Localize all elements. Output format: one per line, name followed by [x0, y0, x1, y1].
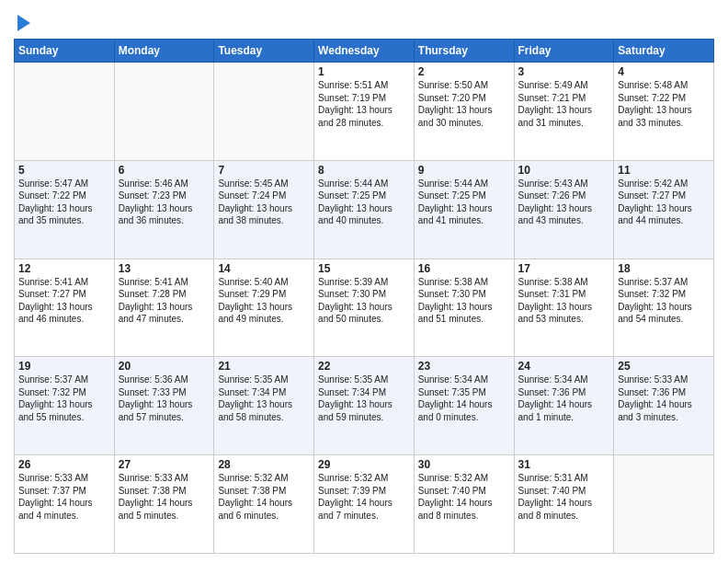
day-cell: [15, 63, 115, 161]
cell-info: Sunrise: 5:34 AM Sunset: 7:36 PM Dayligh…: [518, 373, 610, 423]
page: SundayMondayTuesdayWednesdayThursdayFrid…: [0, 0, 728, 563]
cell-info: Sunrise: 5:41 AM Sunset: 7:27 PM Dayligh…: [18, 276, 110, 326]
day-number: 22: [318, 360, 410, 373]
header: [14, 9, 714, 31]
week-row-2: 5Sunrise: 5:47 AM Sunset: 7:22 PM Daylig…: [15, 160, 714, 259]
day-cell: 25Sunrise: 5:33 AM Sunset: 7:36 PM Dayli…: [614, 357, 714, 455]
day-cell: 24Sunrise: 5:34 AM Sunset: 7:36 PM Dayli…: [514, 357, 614, 455]
day-number: 10: [518, 164, 610, 177]
day-cell: [614, 455, 714, 554]
day-number: 15: [318, 262, 410, 275]
day-cell: 6Sunrise: 5:46 AM Sunset: 7:23 PM Daylig…: [114, 160, 214, 259]
day-cell: 19Sunrise: 5:37 AM Sunset: 7:32 PM Dayli…: [15, 357, 115, 455]
day-number: 4: [618, 65, 710, 78]
col-header-wednesday: Wednesday: [314, 40, 415, 63]
day-number: 28: [218, 458, 310, 471]
day-number: 11: [618, 164, 710, 177]
cell-info: Sunrise: 5:43 AM Sunset: 7:26 PM Dayligh…: [518, 178, 610, 227]
day-number: 1: [318, 65, 410, 78]
day-cell: [114, 63, 214, 161]
cell-info: Sunrise: 5:45 AM Sunset: 7:24 PM Dayligh…: [218, 178, 310, 227]
cell-info: Sunrise: 5:37 AM Sunset: 7:32 PM Dayligh…: [18, 373, 110, 423]
cell-info: Sunrise: 5:50 AM Sunset: 7:20 PM Dayligh…: [418, 79, 510, 129]
cell-info: Sunrise: 5:33 AM Sunset: 7:38 PM Dayligh…: [119, 472, 210, 522]
cell-info: Sunrise: 5:42 AM Sunset: 7:27 PM Dayligh…: [618, 178, 710, 227]
cell-info: Sunrise: 5:34 AM Sunset: 7:35 PM Dayligh…: [418, 373, 510, 423]
day-cell: 16Sunrise: 5:38 AM Sunset: 7:30 PM Dayli…: [414, 259, 514, 357]
day-cell: 29Sunrise: 5:32 AM Sunset: 7:39 PM Dayli…: [314, 455, 415, 554]
cell-info: Sunrise: 5:32 AM Sunset: 7:39 PM Dayligh…: [318, 472, 410, 522]
day-number: 21: [218, 360, 310, 373]
cell-info: Sunrise: 5:40 AM Sunset: 7:29 PM Dayligh…: [218, 276, 310, 326]
day-cell: 4Sunrise: 5:48 AM Sunset: 7:22 PM Daylig…: [614, 63, 714, 161]
cell-info: Sunrise: 5:47 AM Sunset: 7:22 PM Dayligh…: [18, 178, 110, 227]
day-number: 13: [119, 262, 210, 275]
week-row-3: 12Sunrise: 5:41 AM Sunset: 7:27 PM Dayli…: [15, 259, 714, 357]
cell-info: Sunrise: 5:49 AM Sunset: 7:21 PM Dayligh…: [518, 79, 610, 129]
day-number: 16: [418, 262, 510, 275]
col-header-monday: Monday: [114, 40, 214, 63]
day-number: 19: [18, 360, 110, 373]
col-header-thursday: Thursday: [414, 40, 514, 63]
cell-info: Sunrise: 5:35 AM Sunset: 7:34 PM Dayligh…: [218, 373, 310, 423]
day-number: 31: [518, 458, 610, 471]
day-cell: 30Sunrise: 5:32 AM Sunset: 7:40 PM Dayli…: [414, 455, 514, 554]
cell-info: Sunrise: 5:35 AM Sunset: 7:34 PM Dayligh…: [318, 373, 410, 423]
day-cell: 31Sunrise: 5:31 AM Sunset: 7:40 PM Dayli…: [514, 455, 614, 554]
cell-info: Sunrise: 5:41 AM Sunset: 7:28 PM Dayligh…: [119, 276, 210, 326]
day-cell: 14Sunrise: 5:40 AM Sunset: 7:29 PM Dayli…: [214, 259, 314, 357]
day-cell: 12Sunrise: 5:41 AM Sunset: 7:27 PM Dayli…: [15, 259, 115, 357]
week-row-1: 1Sunrise: 5:51 AM Sunset: 7:19 PM Daylig…: [15, 63, 714, 161]
day-number: 23: [418, 360, 510, 373]
day-cell: 28Sunrise: 5:32 AM Sunset: 7:38 PM Dayli…: [214, 455, 314, 554]
day-number: 5: [18, 164, 110, 177]
day-number: 2: [418, 65, 510, 78]
day-number: 25: [618, 360, 710, 373]
day-number: 7: [218, 164, 310, 177]
day-number: 6: [119, 164, 210, 177]
day-cell: 22Sunrise: 5:35 AM Sunset: 7:34 PM Dayli…: [314, 357, 415, 455]
day-cell: 13Sunrise: 5:41 AM Sunset: 7:28 PM Dayli…: [114, 259, 214, 357]
cell-info: Sunrise: 5:39 AM Sunset: 7:30 PM Dayligh…: [318, 276, 410, 326]
day-cell: 7Sunrise: 5:45 AM Sunset: 7:24 PM Daylig…: [214, 160, 314, 259]
day-cell: 18Sunrise: 5:37 AM Sunset: 7:32 PM Dayli…: [614, 259, 714, 357]
logo-arrow-icon: [17, 15, 30, 31]
day-cell: 26Sunrise: 5:33 AM Sunset: 7:37 PM Dayli…: [15, 455, 115, 554]
week-row-4: 19Sunrise: 5:37 AM Sunset: 7:32 PM Dayli…: [15, 357, 714, 455]
logo: [14, 13, 30, 31]
cell-info: Sunrise: 5:38 AM Sunset: 7:30 PM Dayligh…: [418, 276, 510, 326]
day-cell: 23Sunrise: 5:34 AM Sunset: 7:35 PM Dayli…: [414, 357, 514, 455]
day-cell: [214, 63, 314, 161]
cell-info: Sunrise: 5:44 AM Sunset: 7:25 PM Dayligh…: [418, 178, 510, 227]
day-cell: 5Sunrise: 5:47 AM Sunset: 7:22 PM Daylig…: [15, 160, 115, 259]
cell-info: Sunrise: 5:31 AM Sunset: 7:40 PM Dayligh…: [518, 472, 610, 522]
day-number: 18: [618, 262, 710, 275]
cell-info: Sunrise: 5:33 AM Sunset: 7:36 PM Dayligh…: [618, 373, 710, 423]
week-row-5: 26Sunrise: 5:33 AM Sunset: 7:37 PM Dayli…: [15, 455, 714, 554]
day-cell: 21Sunrise: 5:35 AM Sunset: 7:34 PM Dayli…: [214, 357, 314, 455]
cell-info: Sunrise: 5:32 AM Sunset: 7:38 PM Dayligh…: [218, 472, 310, 522]
calendar-table: SundayMondayTuesdayWednesdayThursdayFrid…: [14, 39, 714, 554]
day-cell: 10Sunrise: 5:43 AM Sunset: 7:26 PM Dayli…: [514, 160, 614, 259]
day-number: 24: [518, 360, 610, 373]
col-header-friday: Friday: [514, 40, 614, 63]
day-cell: 20Sunrise: 5:36 AM Sunset: 7:33 PM Dayli…: [114, 357, 214, 455]
cell-info: Sunrise: 5:37 AM Sunset: 7:32 PM Dayligh…: [618, 276, 710, 326]
cell-info: Sunrise: 5:32 AM Sunset: 7:40 PM Dayligh…: [418, 472, 510, 522]
header-row: SundayMondayTuesdayWednesdayThursdayFrid…: [15, 40, 714, 63]
col-header-saturday: Saturday: [614, 40, 714, 63]
day-number: 3: [518, 65, 610, 78]
day-cell: 27Sunrise: 5:33 AM Sunset: 7:38 PM Dayli…: [114, 455, 214, 554]
day-number: 17: [518, 262, 610, 275]
cell-info: Sunrise: 5:33 AM Sunset: 7:37 PM Dayligh…: [18, 472, 110, 522]
day-cell: 9Sunrise: 5:44 AM Sunset: 7:25 PM Daylig…: [414, 160, 514, 259]
col-header-tuesday: Tuesday: [214, 40, 314, 63]
day-number: 20: [119, 360, 210, 373]
cell-info: Sunrise: 5:36 AM Sunset: 7:33 PM Dayligh…: [119, 373, 210, 423]
day-cell: 17Sunrise: 5:38 AM Sunset: 7:31 PM Dayli…: [514, 259, 614, 357]
day-number: 9: [418, 164, 510, 177]
day-number: 26: [18, 458, 110, 471]
day-number: 30: [418, 458, 510, 471]
day-number: 8: [318, 164, 410, 177]
day-cell: 8Sunrise: 5:44 AM Sunset: 7:25 PM Daylig…: [314, 160, 415, 259]
